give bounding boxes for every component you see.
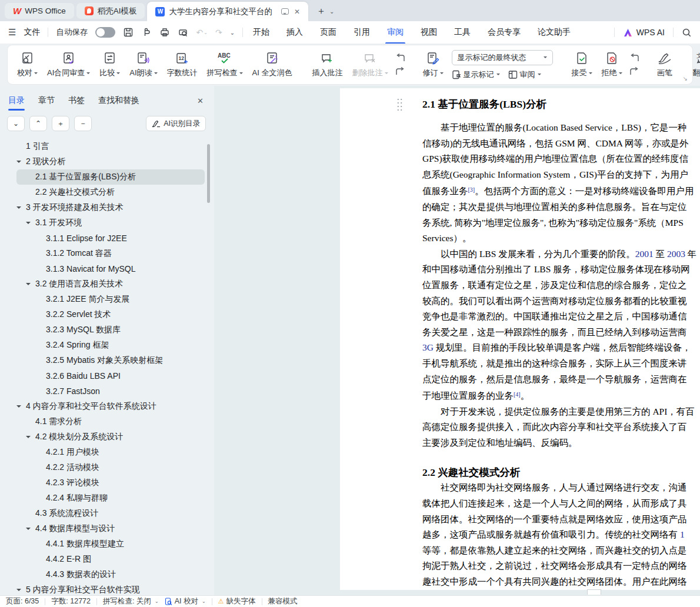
collapse-all-button[interactable]: ⌄ xyxy=(7,116,25,131)
markup-state-dropdown[interactable]: 显示标记的最终状态 xyxy=(452,50,553,65)
ribbon-tab[interactable]: 插入 xyxy=(286,26,304,39)
save-button[interactable] xyxy=(123,27,134,38)
ribbon-expand-icon[interactable]: ↘ xyxy=(683,75,688,82)
toc-item[interactable]: 3.2.2 Servlet 技术 xyxy=(16,307,205,322)
paragraph-drag-handle-icon[interactable] xyxy=(396,98,403,112)
reject-change-button[interactable]: 拒绝 xyxy=(597,51,627,78)
quickbar-more-icon[interactable]: ⌄ xyxy=(230,29,235,36)
proofread-button[interactable]: 校对 xyxy=(12,51,42,78)
delete-comment-button[interactable]: 删除批注 xyxy=(348,51,393,78)
hamburger-menu-icon[interactable]: ☰ xyxy=(8,27,16,38)
toc-item[interactable]: 5 内容分享和社交平台软件实现 xyxy=(16,582,205,595)
toc-item[interactable]: 4.2.3 评论模块 xyxy=(16,475,205,491)
toc-item[interactable]: 4.2.4 私聊与群聊 xyxy=(16,491,205,506)
close-tab-icon[interactable]: ✕ xyxy=(294,8,300,16)
expand-triangle-icon[interactable] xyxy=(26,281,35,288)
toc-item[interactable]: 4.4.3 数据表的设计 xyxy=(16,567,205,582)
wps-ai-button[interactable]: WPS AI xyxy=(623,28,665,37)
show-markup-button[interactable]: 显示标记 xyxy=(452,69,500,80)
new-tab-button[interactable]: ＋ xyxy=(316,5,326,18)
word-count-indicator[interactable]: 字数: 12772 xyxy=(51,596,91,606)
zoom-out-button[interactable]: − xyxy=(74,116,92,131)
comment-bubble-icon[interactable] xyxy=(281,8,289,15)
toc-item[interactable]: 3.2 使用语言及相关技术 xyxy=(16,276,205,292)
toc-item[interactable]: 3.1.3 Navicat for MySQL xyxy=(16,261,205,276)
print-preview-button[interactable] xyxy=(178,27,188,38)
export-pdf-button[interactable] xyxy=(141,27,152,38)
ink-pen-button[interactable]: 画笔 xyxy=(652,51,678,78)
ribbon-tab[interactable]: 视图 xyxy=(420,26,438,39)
ai-recognize-toc-button[interactable]: AI识别目录 xyxy=(146,116,206,131)
toc-item[interactable]: 4.2 模块划分及系统设计 xyxy=(16,429,205,445)
file-menu[interactable]: 文件 xyxy=(24,27,40,38)
redo-button[interactable]: ↷ xyxy=(215,28,222,37)
previous-change-button[interactable] xyxy=(629,54,639,62)
expand-triangle-icon[interactable] xyxy=(16,586,26,593)
toc-item[interactable]: 4 内容分享和社交平台软件系统设计 xyxy=(16,399,205,414)
previous-comment-button[interactable] xyxy=(395,54,405,62)
toc-item[interactable]: 3.1 开发环境 xyxy=(16,215,205,231)
word-count-button[interactable]: 12 字数统计 xyxy=(162,51,202,78)
ribbon-tab[interactable]: 会员专享 xyxy=(487,26,521,39)
expand-triangle-icon[interactable] xyxy=(16,158,26,165)
toc-item[interactable]: 3.2.4 Spring 框架 xyxy=(16,338,205,353)
toc-item[interactable]: 3 开发环境搭建及相关技术 xyxy=(16,200,205,215)
zoom-in-button[interactable]: ＋ xyxy=(52,116,69,131)
toc-item[interactable]: 2 现状分析 xyxy=(16,154,205,169)
tab-list-caret-icon[interactable]: ⌄ xyxy=(329,8,334,15)
toc-item[interactable]: 4.1 需求分析 xyxy=(16,414,205,429)
sidebar-tab[interactable]: 查找和替换 xyxy=(98,95,139,106)
review-pane-button[interactable]: 审阅 xyxy=(508,69,541,80)
ribbon-tab[interactable]: 开始 xyxy=(252,26,270,39)
ai-contract-review-button[interactable]: AI合同审查 xyxy=(42,51,95,78)
page-indicator[interactable]: 页面: 6/35 xyxy=(6,596,39,606)
toc-item[interactable]: 3.2.1 J2EE 简介与发展 xyxy=(16,292,205,307)
spellcheck-status[interactable]: 拼写检查: 关闭 ⌄ xyxy=(103,596,159,606)
accept-change-button[interactable]: 接受 xyxy=(567,51,597,78)
toc-item[interactable]: 4.2.1 用户模块 xyxy=(16,445,205,460)
toc-item[interactable]: 4.4 数据库模型与设计 xyxy=(16,521,205,536)
sidebar-tab[interactable]: 目录 xyxy=(8,95,25,106)
toc-item[interactable]: 2.1 基于位置服务(LBS)分析 xyxy=(16,169,205,185)
ribbon-tab[interactable]: 工具 xyxy=(454,26,471,39)
missing-font-warning[interactable]: ⚠ 缺失字体 xyxy=(218,596,256,606)
ai-polish-button[interactable]: AI 全文润色 xyxy=(248,51,297,78)
sidebar-tab[interactable]: 章节 xyxy=(38,95,55,106)
close-sidebar-icon[interactable]: ✕ xyxy=(197,96,204,105)
ai-proofread-status[interactable]: AI 校对 ⌄ xyxy=(165,596,206,606)
next-comment-button[interactable] xyxy=(395,67,405,76)
expand-all-button[interactable]: ⌃ xyxy=(29,116,47,131)
ribbon-tab[interactable]: 审阅 xyxy=(386,26,404,39)
compare-button[interactable]: 比较 xyxy=(95,51,125,78)
search-button[interactable] xyxy=(682,28,692,38)
toc-item[interactable]: 3.2.5 Mybatis 对象关系映射框架 xyxy=(16,353,205,368)
insert-comment-button[interactable]: 插入批注 xyxy=(308,51,348,78)
ai-read-aloud-button[interactable]: AI朗读 xyxy=(125,51,162,78)
toc-item[interactable]: 4.4.1 数据库模型建立 xyxy=(16,536,205,552)
expand-triangle-icon[interactable] xyxy=(16,403,26,410)
toc-item[interactable]: 4.4.2 E-R 图 xyxy=(16,552,205,567)
undo-button[interactable]: ↶⌄ xyxy=(196,28,207,37)
expand-triangle-icon[interactable] xyxy=(26,433,35,441)
expand-triangle-icon[interactable] xyxy=(26,219,35,226)
autosave-toggle[interactable] xyxy=(95,27,115,38)
toc-item[interactable]: 4.2.2 活动模块 xyxy=(16,460,205,475)
toc-item[interactable]: 2.2 兴趣社交模式分析 xyxy=(16,185,205,200)
toc-item[interactable]: 3.2.6 Baidu LBS API xyxy=(16,368,205,383)
document-page[interactable]: 2.1 基于位置服务(LBS)分析基于地理位置的服务(Location Base… xyxy=(340,88,700,590)
translate-button[interactable]: 文 A 翻译 xyxy=(688,51,700,78)
toc-item[interactable]: 3.1.1 Eclipse for J2EE xyxy=(16,231,205,246)
toc-item[interactable]: 3.2.7 FastJson xyxy=(16,383,205,399)
tab-docer-ai[interactable]: 稻壳AI模板 xyxy=(76,3,145,19)
tab-wps-office[interactable]: W WPS Office xyxy=(5,3,74,19)
toc-item[interactable]: 3.1.2 Tomcat 容器 xyxy=(16,246,205,261)
sidebar-scrollbar[interactable] xyxy=(207,144,210,203)
toc-item[interactable]: 1 引言 xyxy=(16,139,205,154)
next-change-button[interactable] xyxy=(629,67,639,76)
print-button[interactable] xyxy=(159,27,170,38)
tab-document-active[interactable]: W 大学生内容分享和社交平台的 ✕ xyxy=(147,2,308,21)
expand-triangle-icon[interactable] xyxy=(16,204,26,211)
toc-item[interactable]: 3.2.3 MySQL 数据库 xyxy=(16,322,205,338)
ribbon-tab[interactable]: 页面 xyxy=(319,26,337,39)
expand-triangle-icon[interactable] xyxy=(26,525,35,532)
